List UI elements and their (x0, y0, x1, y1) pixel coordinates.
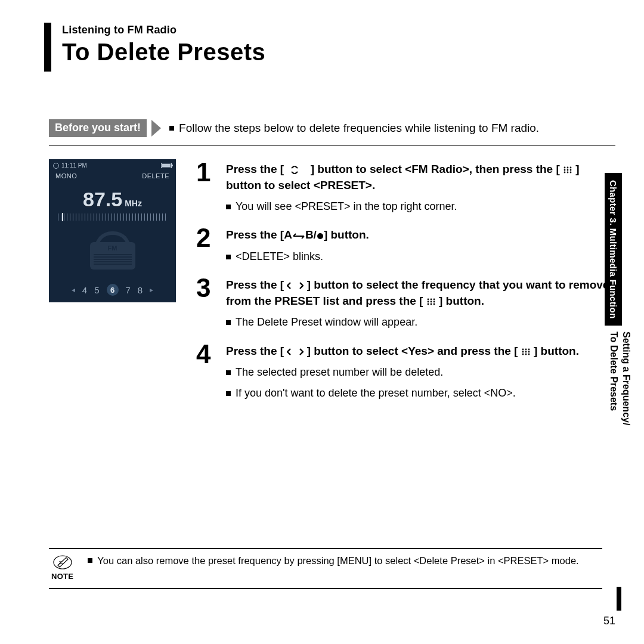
step-3: 3 Press the [ ] button to select the fre… (196, 275, 615, 330)
divider (49, 145, 615, 146)
svg-point-22 (522, 351, 524, 352)
svg-point-19 (522, 348, 524, 350)
step-heading: Press the [ ] button to select <FM Radio… (226, 162, 615, 193)
svg-point-15 (433, 301, 435, 302)
svg-point-14 (430, 301, 432, 302)
disc-icon (53, 163, 59, 169)
before-text: Follow the steps below to delete frequen… (169, 122, 539, 135)
radio-graphic: FM (86, 230, 139, 272)
preset-4: 4 (82, 285, 87, 295)
fm-label: FM (108, 244, 117, 252)
page-corner-mark (617, 587, 621, 611)
bullet-icon (226, 255, 231, 259)
step-number: 3 (196, 275, 218, 330)
battery-icon (161, 163, 172, 168)
svg-point-11 (430, 298, 432, 300)
preset-row: ◂ 4 5 6 7 8 ▸ (49, 284, 175, 296)
grid-icon (426, 295, 436, 307)
left-right-icon (287, 278, 304, 291)
step-number: 4 (196, 341, 218, 401)
svg-point-16 (427, 303, 429, 305)
before-you-start-row: Before you start! Follow the steps below… (49, 119, 615, 137)
frequency-row: 87.5MHz (49, 188, 175, 211)
status-time: 11:11 PM (61, 162, 87, 169)
svg-point-13 (427, 301, 429, 302)
note-pencil-icon (52, 554, 73, 571)
svg-point-10 (427, 298, 429, 300)
up-down-icon (287, 163, 307, 175)
before-text-value: Follow the steps below to delete frequen… (179, 122, 539, 134)
breadcrumb: Listening to FM Radio (62, 23, 615, 36)
step-number: 1 (196, 159, 218, 214)
mode-right: DELETE (142, 172, 169, 179)
svg-point-1 (567, 167, 569, 169)
preset-selected: 6 (107, 284, 119, 296)
right-triangle-icon: ▸ (150, 286, 153, 294)
bullet-icon (226, 205, 231, 209)
bullet-icon (226, 370, 231, 375)
bullet-icon (88, 558, 92, 563)
repeat-ab-icon (292, 228, 305, 241)
step-heading: Press the [AB/] button. (226, 227, 369, 243)
note-label: NOTE (51, 572, 73, 581)
frequency-unit: MHz (125, 199, 142, 208)
svg-point-12 (433, 298, 435, 300)
grid-icon (521, 345, 531, 357)
svg-point-17 (430, 303, 432, 305)
svg-point-9 (317, 233, 323, 239)
device-screen: 11:11 PM MONO DELETE 87.5MHz FM (49, 159, 176, 302)
svg-point-8 (570, 172, 572, 174)
mode-left: MONO (55, 172, 77, 179)
header-accent-bar (44, 23, 51, 72)
section-tab: Setting a Frequency/ To Delete Presets (605, 326, 632, 425)
note-block: NOTE You can also remove the preset freq… (49, 548, 602, 589)
bullet-icon (226, 391, 231, 396)
note-text: You can also remove the preset frequency… (88, 554, 578, 568)
step-sub: The Delete Preset window will appear. (226, 315, 615, 330)
step-sub: You will see <PRESET> in the top right c… (226, 199, 615, 214)
preset-5: 5 (94, 285, 99, 295)
svg-point-26 (525, 353, 527, 355)
svg-point-25 (522, 353, 524, 355)
grid-icon (563, 163, 572, 175)
mode-row: MONO DELETE (49, 170, 175, 184)
page-title: To Delete Presets (62, 39, 615, 66)
bullet-icon (226, 320, 231, 325)
svg-point-4 (567, 169, 569, 171)
step-heading: Press the [ ] button to select the frequ… (226, 277, 615, 309)
svg-point-7 (567, 172, 569, 174)
svg-point-24 (528, 351, 530, 352)
step-sub: <DELETE> blinks. (226, 249, 369, 264)
chapter-tab: Chapter 3. Multimedia Function (605, 173, 622, 326)
frequency-value: 87.5 (83, 188, 122, 211)
device-illustration: 11:11 PM MONO DELETE 87.5MHz FM (49, 159, 176, 302)
svg-point-5 (570, 169, 572, 171)
step-4: 4 Press the [ ] button to select <Yes> a… (196, 341, 615, 401)
svg-point-27 (528, 353, 530, 355)
side-tab: Chapter 3. Multimedia Function Setting a… (605, 173, 625, 483)
svg-point-6 (564, 172, 566, 174)
svg-point-21 (528, 348, 530, 350)
steps-list: 1 Press the [ ] button to select <FM Rad… (196, 159, 615, 412)
record-dot-icon (317, 228, 324, 241)
step-sub: The selected preset number will be delet… (226, 365, 579, 380)
svg-point-18 (433, 303, 435, 305)
header: Listening to FM Radio To Delete Presets (49, 23, 615, 66)
main-content: 11:11 PM MONO DELETE 87.5MHz FM (49, 159, 615, 412)
tuning-scale (58, 213, 167, 221)
before-arrow-icon (151, 120, 161, 137)
step-number: 2 (196, 225, 218, 264)
step-sub: If you don't want to delete the preset n… (226, 386, 579, 401)
step-1: 1 Press the [ ] button to select <FM Rad… (196, 159, 615, 214)
svg-point-3 (564, 169, 566, 171)
left-triangle-icon: ◂ (72, 286, 75, 294)
status-bar: 11:11 PM (49, 160, 175, 170)
preset-7: 7 (126, 285, 131, 295)
svg-point-2 (570, 167, 572, 169)
svg-point-23 (525, 351, 527, 352)
svg-point-0 (564, 167, 566, 169)
svg-point-28 (54, 556, 72, 569)
left-right-icon (287, 345, 304, 357)
step-2: 2 Press the [AB/] button. <DELETE> blink… (196, 225, 615, 264)
bullet-icon (169, 126, 174, 131)
